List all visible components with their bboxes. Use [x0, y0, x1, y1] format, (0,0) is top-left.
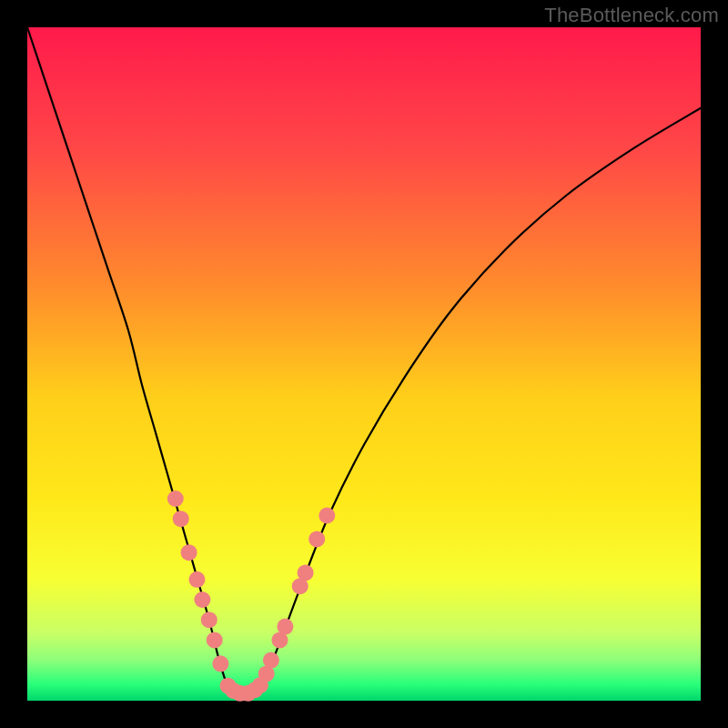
marker-valley: [252, 677, 268, 693]
bottleneck-chart: [0, 0, 728, 728]
marker-right: [308, 531, 325, 547]
marker-left: [207, 632, 223, 648]
marker-left: [188, 571, 205, 588]
plot-background: [27, 27, 701, 701]
marker-left: [212, 655, 228, 672]
marker-left: [181, 544, 197, 561]
chart-frame: TheBottleneck.com: [0, 0, 728, 728]
marker-right: [277, 619, 293, 635]
watermark-text: TheBottleneck.com: [544, 4, 719, 27]
marker-right: [298, 564, 314, 581]
marker-left: [194, 592, 210, 608]
marker-left: [201, 612, 217, 628]
marker-left: [173, 511, 189, 527]
marker-left: [167, 490, 184, 507]
marker-right: [318, 508, 335, 524]
marker-right: [263, 652, 279, 669]
